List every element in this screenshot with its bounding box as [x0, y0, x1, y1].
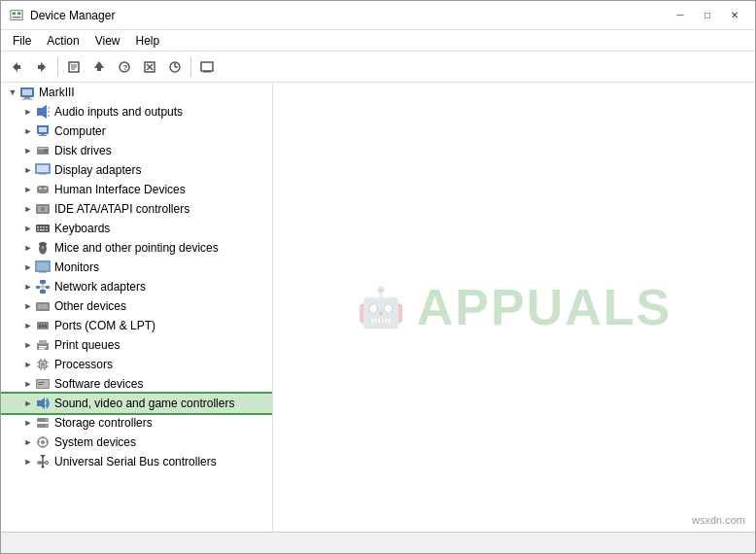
svg-rect-82 [39, 325, 41, 328]
svg-rect-60 [37, 229, 39, 231]
arrow-usb: ► [22, 456, 34, 467]
svg-marker-4 [13, 62, 17, 72]
icon-print [35, 337, 51, 353]
label-monitors: Monitors [54, 260, 99, 274]
svg-rect-62 [46, 229, 48, 231]
forward-button[interactable] [30, 55, 53, 79]
svg-rect-30 [37, 108, 42, 116]
tree-item-display[interactable]: ►Display adapters [1, 160, 272, 180]
svg-marker-105 [41, 398, 45, 409]
arrow-audio: ► [22, 106, 34, 118]
svg-rect-86 [39, 340, 47, 344]
label-network: Network adapters [54, 280, 146, 294]
menu-help[interactable]: Help [128, 32, 168, 50]
tree-item-ports[interactable]: ►Ports (COM & LPT) [1, 316, 272, 335]
arrow-network: ► [22, 281, 34, 293]
root-icon [19, 85, 35, 100]
svg-rect-57 [40, 226, 42, 228]
content-area: 🤖 APPUALS wsxdn.com [273, 83, 755, 532]
icon-storage [35, 415, 51, 431]
properties-button[interactable] [62, 55, 86, 79]
svg-rect-59 [46, 226, 48, 228]
tree-item-ide[interactable]: ►IDE ATA/ATAPI controllers [1, 199, 272, 219]
help-button[interactable]: ? [113, 55, 136, 79]
tree-item-audio[interactable]: ►Audio inputs and outputs [1, 102, 272, 121]
svg-rect-55 [36, 225, 50, 232]
svg-rect-84 [45, 325, 47, 328]
icon-ports [35, 318, 51, 333]
svg-rect-56 [37, 226, 39, 228]
back-button[interactable] [5, 55, 28, 79]
svg-rect-38 [39, 135, 47, 136]
tree-item-processors[interactable]: ►Processors [1, 355, 272, 374]
device-tree[interactable]: ▼ MarkIII ►Audio inputs and outputs►Comp… [1, 83, 273, 532]
arrow-sound: ► [22, 398, 34, 409]
monitor-button[interactable] [195, 55, 219, 79]
toolbar-separator-1 [57, 57, 58, 77]
arrow-other: ► [22, 300, 34, 312]
tree-item-keyboards[interactable]: ►Keyboards [1, 219, 272, 238]
restore-button[interactable]: □ [695, 7, 720, 24]
device-manager-window: Device Manager ─ □ ✕ File Action View He… [0, 0, 756, 554]
icon-keyboards [35, 221, 51, 236]
icon-disk [35, 143, 51, 158]
tree-item-system[interactable]: ►System devices [1, 433, 272, 452]
svg-rect-61 [40, 229, 45, 231]
icon-monitors [35, 260, 51, 275]
label-software: Software devices [54, 377, 143, 391]
label-ports: Ports (COM & LPT) [54, 319, 155, 332]
label-processors: Processors [54, 358, 113, 371]
arrow-print: ► [22, 339, 34, 351]
icon-hid [35, 182, 51, 197]
tree-item-storage[interactable]: ►Storage controllers [1, 413, 272, 433]
scan-button[interactable] [163, 55, 187, 79]
tree-item-disk[interactable]: ►Disk drives [1, 141, 272, 160]
icon-mice [35, 240, 51, 256]
arrow-hid: ► [22, 184, 34, 195]
tree-item-other[interactable]: ►!Other devices [1, 296, 272, 316]
arrow-ide: ► [22, 203, 34, 215]
label-mice: Mice and other pointing devices [54, 241, 219, 255]
tree-item-mice[interactable]: ►Mice and other pointing devices [1, 238, 272, 258]
icon-display [35, 162, 51, 178]
toolbar: ? [1, 52, 755, 83]
svg-rect-36 [39, 127, 47, 132]
tree-item-hid[interactable]: ►Human Interface Devices [1, 180, 272, 199]
tree-root[interactable]: ▼ MarkIII [1, 83, 272, 102]
svg-rect-2 [17, 12, 21, 15]
icon-network [35, 279, 51, 294]
arrow-keyboards: ► [22, 223, 34, 234]
icon-ide [35, 201, 51, 217]
label-usb: Universal Serial Bus controllers [54, 455, 217, 468]
label-display: Display adapters [54, 163, 141, 177]
tree-item-sound[interactable]: ►Sound, video and game controllers [1, 394, 272, 413]
tree-item-computer[interactable]: ►Computer [1, 121, 272, 141]
menu-view[interactable]: View [87, 32, 128, 50]
svg-rect-71 [40, 290, 46, 294]
uninstall-button[interactable] [138, 55, 161, 79]
close-button[interactable]: ✕ [722, 7, 747, 24]
menu-action[interactable]: Action [39, 32, 86, 50]
update-driver-button[interactable] [87, 55, 111, 79]
tree-item-monitors[interactable]: ►Monitors [1, 258, 272, 277]
main-content: ▼ MarkIII ►Audio inputs and outputs►Comp… [1, 83, 755, 532]
svg-rect-88 [39, 348, 45, 350]
icon-audio [35, 104, 51, 120]
svg-point-42 [45, 150, 47, 152]
svg-rect-44 [37, 165, 49, 172]
svg-rect-0 [11, 10, 22, 19]
tree-item-print[interactable]: ►Print queues [1, 335, 272, 355]
arrow-processors: ► [22, 359, 34, 370]
svg-rect-28 [24, 97, 30, 99]
tree-item-software[interactable]: ►Software devices [1, 374, 272, 394]
label-keyboards: Keyboards [54, 222, 110, 235]
label-storage: Storage controllers [54, 416, 153, 430]
minimize-button[interactable]: ─ [668, 7, 693, 24]
svg-text:?: ? [123, 63, 128, 72]
tree-item-network[interactable]: ►Network adapters [1, 277, 272, 296]
tree-item-usb[interactable]: ►Universal Serial Bus controllers [1, 452, 272, 471]
label-print: Print queues [54, 338, 120, 352]
svg-rect-102 [38, 382, 45, 383]
label-other: Other devices [54, 299, 126, 313]
menu-file[interactable]: File [5, 32, 39, 50]
